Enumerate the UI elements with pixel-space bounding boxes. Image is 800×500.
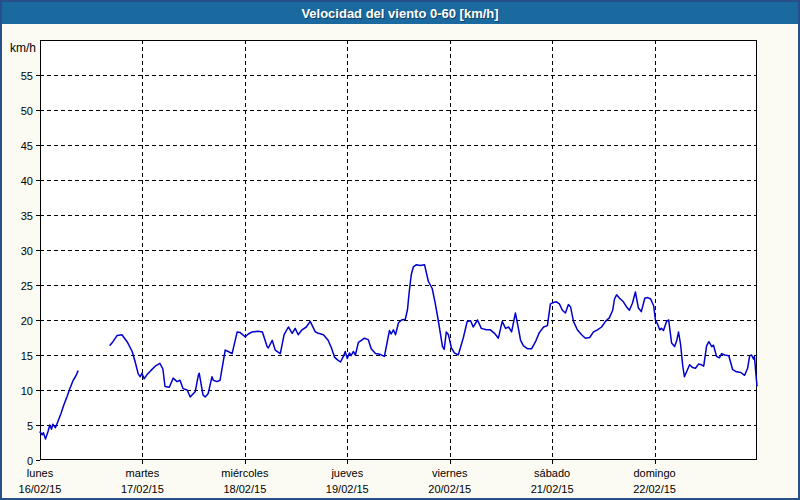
x-day-name: martes (126, 467, 160, 479)
x-day-name: sábado (534, 467, 570, 479)
x-day-name: viernes (432, 467, 468, 479)
x-day-date: 20/02/15 (428, 483, 471, 495)
x-day-date: 22/02/15 (633, 483, 676, 495)
y-tick-label: 55 (21, 70, 33, 82)
y-tick-label: 25 (21, 280, 33, 292)
x-day-date: 16/02/15 (19, 483, 62, 495)
y-tick-label: 30 (21, 245, 33, 257)
x-day-name: miércoles (221, 467, 269, 479)
y-tick-label: 5 (27, 420, 33, 432)
wind-speed-chart: 0510152025303540455055lunes16/02/15marte… (2, 24, 798, 498)
y-tick-label: 0 (27, 455, 33, 467)
y-tick-label: 10 (21, 385, 33, 397)
x-day-date: 19/02/15 (326, 483, 369, 495)
y-axis-unit-label: km/h (10, 41, 36, 55)
y-tick-label: 40 (21, 175, 33, 187)
x-day-name: jueves (330, 467, 363, 479)
chart-title: Velocidad del viento 0-60 [km/h] (301, 6, 498, 21)
y-tick-label: 15 (21, 350, 33, 362)
x-day-date: 21/02/15 (531, 483, 574, 495)
title-bar: Velocidad del viento 0-60 [km/h] (2, 2, 798, 24)
x-day-date: 17/02/15 (121, 483, 164, 495)
y-tick-label: 45 (21, 140, 33, 152)
y-tick-label: 20 (21, 315, 33, 327)
x-day-name: lunes (27, 467, 54, 479)
x-day-name: domingo (633, 467, 675, 479)
x-day-date: 18/02/15 (223, 483, 266, 495)
y-tick-label: 50 (21, 105, 33, 117)
y-tick-label: 35 (21, 210, 33, 222)
chart-window: Velocidad del viento 0-60 [km/h] 0510152… (0, 0, 800, 500)
